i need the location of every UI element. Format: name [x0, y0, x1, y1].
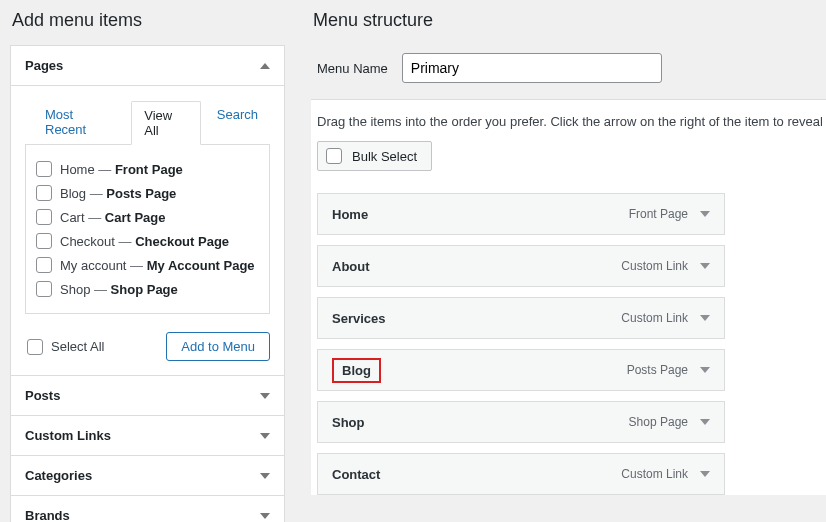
select-all-label[interactable]: Select All [25, 339, 104, 355]
accordion-posts-header[interactable]: Posts [11, 376, 284, 415]
chevron-down-icon [260, 513, 270, 519]
chevron-down-icon[interactable] [700, 367, 710, 373]
menu-name-row: Menu Name [311, 45, 826, 99]
menu-item-type: Front Page [629, 207, 688, 221]
accordion-pages: Pages Most Recent View All Search Home —… [10, 45, 285, 376]
page-item-name: Cart [60, 210, 85, 225]
tab-view-all[interactable]: View All [131, 101, 201, 145]
page-item-name: Checkout [60, 234, 115, 249]
page-item-name: Blog [60, 186, 86, 201]
page-list: Home — Front PageBlog — Posts PageCart —… [25, 144, 270, 314]
accordion-posts: Posts [10, 375, 285, 416]
menu-item-type: Custom Link [621, 259, 688, 273]
menu-structure-panel: Menu structure Menu Name Drag the items … [295, 0, 826, 522]
page-item-checkbox[interactable] [36, 257, 52, 273]
page-item-suffix: Cart Page [105, 210, 166, 225]
pages-tabs: Most Recent View All Search [29, 100, 270, 144]
menu-item[interactable]: AboutCustom Link [317, 245, 725, 287]
chevron-down-icon [260, 473, 270, 479]
page-item-checkbox[interactable] [36, 185, 52, 201]
highlight-box: Blog [332, 358, 381, 383]
chevron-down-icon [260, 433, 270, 439]
menu-items-list: HomeFront PageAboutCustom LinkServicesCu… [317, 193, 725, 495]
menu-item-title: Home [332, 207, 368, 222]
bulk-select-checkbox[interactable] [326, 148, 342, 164]
accordion-posts-label: Posts [25, 388, 60, 403]
menu-structure-heading: Menu structure [313, 10, 826, 31]
accordion-categories-label: Categories [25, 468, 92, 483]
page-list-item[interactable]: Home — Front Page [36, 157, 259, 181]
page-item-checkbox[interactable] [36, 233, 52, 249]
accordion-custom-links: Custom Links [10, 415, 285, 456]
menu-item-title: About [332, 259, 370, 274]
page-item-checkbox[interactable] [36, 209, 52, 225]
menu-item-title: Shop [332, 415, 365, 430]
add-to-menu-button[interactable]: Add to Menu [166, 332, 270, 361]
page-item-suffix: Front Page [115, 162, 183, 177]
chevron-down-icon[interactable] [700, 471, 710, 477]
accordion-brands-label: Brands [25, 508, 70, 522]
menu-item-type: Custom Link [621, 311, 688, 325]
chevron-up-icon [260, 63, 270, 69]
accordion-custom-links-header[interactable]: Custom Links [11, 416, 284, 455]
page-list-item[interactable]: Checkout — Checkout Page [36, 229, 259, 253]
accordion-brands-header[interactable]: Brands [11, 496, 284, 522]
chevron-down-icon [260, 393, 270, 399]
accordion-pages-body: Most Recent View All Search Home — Front… [11, 85, 284, 375]
menu-name-label: Menu Name [317, 61, 388, 76]
select-all-checkbox[interactable] [27, 339, 43, 355]
bulk-select-label: Bulk Select [352, 149, 417, 164]
page-item-name: Shop [60, 282, 90, 297]
accordion-categories-header[interactable]: Categories [11, 456, 284, 495]
menu-item[interactable]: ServicesCustom Link [317, 297, 725, 339]
page-list-item[interactable]: Shop — Shop Page [36, 277, 259, 301]
chevron-down-icon[interactable] [700, 315, 710, 321]
menu-item-type: Custom Link [621, 467, 688, 481]
tab-most-recent[interactable]: Most Recent [33, 101, 127, 145]
pages-controls: Select All Add to Menu [25, 332, 270, 361]
page-item-checkbox[interactable] [36, 281, 52, 297]
page-item-name: Home [60, 162, 95, 177]
menu-structure-body: Drag the items into the order you prefer… [311, 99, 826, 495]
select-all-text: Select All [51, 339, 104, 354]
menu-item[interactable]: BlogPosts Page [317, 349, 725, 391]
menu-item-title: Blog [332, 358, 381, 383]
add-menu-items-heading: Add menu items [12, 10, 285, 31]
chevron-down-icon[interactable] [700, 419, 710, 425]
menu-item-title: Services [332, 311, 386, 326]
drag-instructions: Drag the items into the order you prefer… [317, 114, 826, 129]
menu-item[interactable]: HomeFront Page [317, 193, 725, 235]
accordion-pages-label: Pages [25, 58, 63, 73]
page-list-item[interactable]: Blog — Posts Page [36, 181, 259, 205]
chevron-down-icon[interactable] [700, 211, 710, 217]
page-list-item[interactable]: Cart — Cart Page [36, 205, 259, 229]
add-menu-items-panel: Add menu items Pages Most Recent View Al… [0, 0, 295, 522]
chevron-down-icon[interactable] [700, 263, 710, 269]
accordion-brands: Brands [10, 495, 285, 522]
page-item-suffix: Shop Page [111, 282, 178, 297]
tab-search[interactable]: Search [205, 101, 270, 145]
page-item-suffix: My Account Page [147, 258, 255, 273]
page-list-item[interactable]: My account — My Account Page [36, 253, 259, 277]
bulk-select-button[interactable]: Bulk Select [317, 141, 432, 171]
menu-item[interactable]: ShopShop Page [317, 401, 725, 443]
page-item-name: My account [60, 258, 126, 273]
page-item-checkbox[interactable] [36, 161, 52, 177]
menu-item-title: Contact [332, 467, 380, 482]
page-item-suffix: Checkout Page [135, 234, 229, 249]
accordion-pages-header[interactable]: Pages [11, 46, 284, 85]
menu-item[interactable]: ContactCustom Link [317, 453, 725, 495]
menu-name-input[interactable] [402, 53, 662, 83]
accordion-categories: Categories [10, 455, 285, 496]
accordion-custom-links-label: Custom Links [25, 428, 111, 443]
page-item-suffix: Posts Page [106, 186, 176, 201]
menu-item-type: Shop Page [629, 415, 688, 429]
menu-item-type: Posts Page [627, 363, 688, 377]
